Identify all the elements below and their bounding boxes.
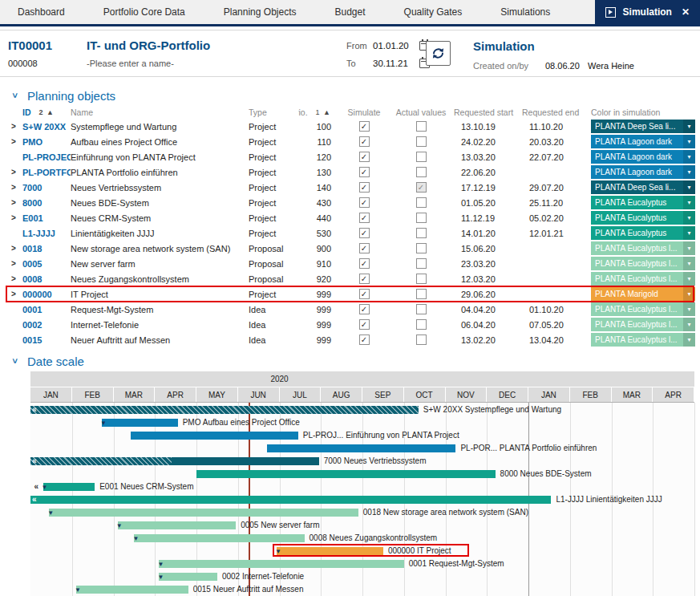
simulate-checkbox[interactable]: ✓ [359,289,370,299]
column-header-color-in-simulation[interactable]: Color in simulation [591,105,695,119]
color-in-simulation-dropdown[interactable]: PLANTA Eucalyptus l...▾ [591,318,695,331]
gantt-bar-0018[interactable] [49,509,358,517]
gantt-bar-7000[interactable] [30,457,319,465]
column-header-name[interactable]: Name [71,105,249,119]
expand-icon[interactable]: > [6,241,22,256]
color-in-simulation-dropdown[interactable]: PLANTA Deep Sea li...▾ [591,180,695,194]
simulate-checkbox[interactable]: ✓ [359,136,370,147]
color-in-simulation-dropdown[interactable]: PLANTA Lagoon dark▾ [591,135,695,148]
actual-values-checkbox[interactable] [416,152,427,162]
simulate-checkbox[interactable]: ✓ [359,197,370,208]
gantt-bar-pl-por[interactable] [267,444,455,452]
gantt-bar-0015[interactable] [76,586,188,594]
actual-values-checkbox[interactable] [416,319,427,330]
tab-portfolio-core-data[interactable]: Portfolio Core Data [84,0,204,24]
planning-row-0001[interactable]: 0001Request-Mgt-SystemIdea999✓04.04.2001… [6,302,694,317]
column-header-prio[interactable]: Prio.1 ▲ [298,105,335,119]
color-in-simulation-dropdown[interactable]: PLANTA Marigold▾ [591,287,695,301]
gantt-bar-0001[interactable] [159,560,403,568]
tab-simulations[interactable]: Simulations [481,0,569,24]
color-in-simulation-dropdown[interactable]: PLANTA Eucalyptus l...▾ [591,241,695,255]
gantt-bar-e001[interactable] [43,483,95,491]
planning-objects-section-header[interactable]: > Planning objects [10,87,700,103]
planning-row-l1-jjjj[interactable]: L1-JJJJLinientätigkeiten JJJJProject530✓… [6,225,694,241]
from-date-field[interactable]: 01.01.20 [373,41,416,51]
planning-row-0008[interactable]: >0008Neues ZugangskontrollsystemProposal… [6,271,694,286]
tab-simulation-active[interactable]: Simulation ✕ [595,0,700,24]
actual-values-checkbox[interactable] [416,136,427,147]
planning-row-0015[interactable]: 0015Neuer Auftritt auf MessenIdea999✓13.… [6,332,694,347]
actual-values-checkbox[interactable]: ✓ [416,182,427,193]
gantt-bar-l1-jjjj[interactable] [30,496,551,504]
simulate-checkbox[interactable]: ✓ [359,319,370,330]
expand-icon[interactable]: > [6,271,22,286]
planning-row-0002[interactable]: 0002Internet-TelefonieIdea999✓06.04.2007… [6,317,694,332]
color-in-simulation-dropdown[interactable]: PLANTA Eucalyptus l...▾ [591,333,695,347]
expand-icon[interactable]: > [6,210,22,225]
expand-icon[interactable]: > [6,119,22,134]
gantt-bar-0005[interactable] [118,521,236,529]
gantt-bar-000000[interactable] [277,547,383,555]
color-in-simulation-dropdown[interactable]: PLANTA Eucalyptus l...▾ [591,257,695,270]
planning-row-0005[interactable]: >0005New server farmProposal910✓23.03.20… [6,256,694,271]
planning-row-pmo[interactable]: >PMOAufbau eines Project OfficeProject11… [6,134,694,149]
color-in-simulation-dropdown[interactable]: PLANTA Deep Sea li...▾ [591,120,695,133]
actual-values-checkbox[interactable] [416,274,427,284]
planning-row-0018[interactable]: >0018New storage area network system (SA… [6,241,694,256]
column-header-actual-values[interactable]: Actual values [393,105,449,119]
color-in-simulation-dropdown[interactable]: PLANTA Eucalyptus▾ [591,211,695,225]
actual-values-checkbox[interactable] [416,213,427,223]
planning-row-000000[interactable]: >000000IT ProjectProject999✓29.06.20PLAN… [6,286,694,302]
column-header-id[interactable]: ID2 ▲ [22,105,71,119]
color-in-simulation-dropdown[interactable]: PLANTA Eucalyptus l...▾ [591,302,695,316]
expand-icon[interactable]: > [6,180,22,195]
actual-values-checkbox[interactable] [416,228,427,238]
color-in-simulation-dropdown[interactable]: PLANTA Lagoon dark▾ [591,165,695,179]
refresh-button[interactable] [426,41,451,66]
date-scale-section-header[interactable]: > Date scale [10,353,700,369]
color-in-simulation-dropdown[interactable]: PLANTA Eucalyptus▾ [591,196,695,209]
gantt-bar-8000[interactable] [196,470,496,478]
planning-row-8000[interactable]: >8000Neues BDE-SystemProject430✓01.05.20… [6,195,694,210]
column-header-requested-start[interactable]: Requested start [449,105,517,119]
simulate-checkbox[interactable]: ✓ [359,152,370,162]
gantt-bar-0008[interactable] [134,534,304,542]
planning-row-pl-project[interactable]: PL-PROJECTEinführung von PLANTA ProjectP… [6,149,694,164]
actual-values-checkbox[interactable] [416,167,427,177]
tab-budget[interactable]: Budget [316,0,385,24]
simulate-checkbox[interactable]: ✓ [359,228,370,238]
gantt-bar-0002[interactable] [159,573,216,581]
portfolio-name-placeholder[interactable]: -Please enter a name- [87,59,210,68]
tab-planning-objects[interactable]: Planning Objects [204,0,316,24]
tab-dashboard[interactable]: Dashboard [0,0,84,24]
planning-row-e001[interactable]: >E001Neues CRM-SystemProject440✓11.12.19… [6,210,694,225]
expand-icon[interactable]: > [6,286,22,302]
color-in-simulation-dropdown[interactable]: PLANTA Lagoon dark▾ [591,150,695,164]
actual-values-checkbox[interactable] [416,289,427,299]
gantt-bar-pmo[interactable] [102,419,178,427]
to-date-field[interactable]: 30.11.21 [373,59,416,68]
color-in-simulation-dropdown[interactable]: PLANTA Eucalyptus▾ [591,226,695,240]
gantt-bar-pl-proj[interactable] [131,432,298,440]
color-in-simulation-dropdown[interactable]: PLANTA Eucalyptus l...▾ [591,272,695,286]
expand-icon[interactable]: > [6,164,22,180]
simulate-checkbox[interactable]: ✓ [359,334,370,345]
actual-values-checkbox[interactable] [416,121,427,132]
simulate-checkbox[interactable]: ✓ [359,243,370,253]
actual-values-checkbox[interactable] [416,334,427,345]
actual-values-checkbox[interactable] [416,243,427,253]
column-header-requested-end[interactable]: Requested end [517,105,591,119]
actual-values-checkbox[interactable] [416,304,427,314]
simulate-checkbox[interactable]: ✓ [359,274,370,284]
planning-row-s-w-20xx[interactable]: >S+W 20XXSystempflege und WartungProject… [6,119,694,134]
gantt-bar-s-w[interactable] [30,406,419,414]
expand-icon[interactable]: > [6,195,22,210]
simulate-checkbox[interactable]: ✓ [359,121,370,132]
actual-values-checkbox[interactable] [416,197,427,208]
close-icon[interactable]: ✕ [682,6,690,18]
column-header-simulate[interactable]: Simulate [335,105,393,119]
tab-quality-gates[interactable]: Quality Gates [385,0,482,24]
simulate-checkbox[interactable]: ✓ [359,167,370,177]
simulate-checkbox[interactable]: ✓ [359,258,370,269]
simulate-checkbox[interactable]: ✓ [359,182,370,193]
